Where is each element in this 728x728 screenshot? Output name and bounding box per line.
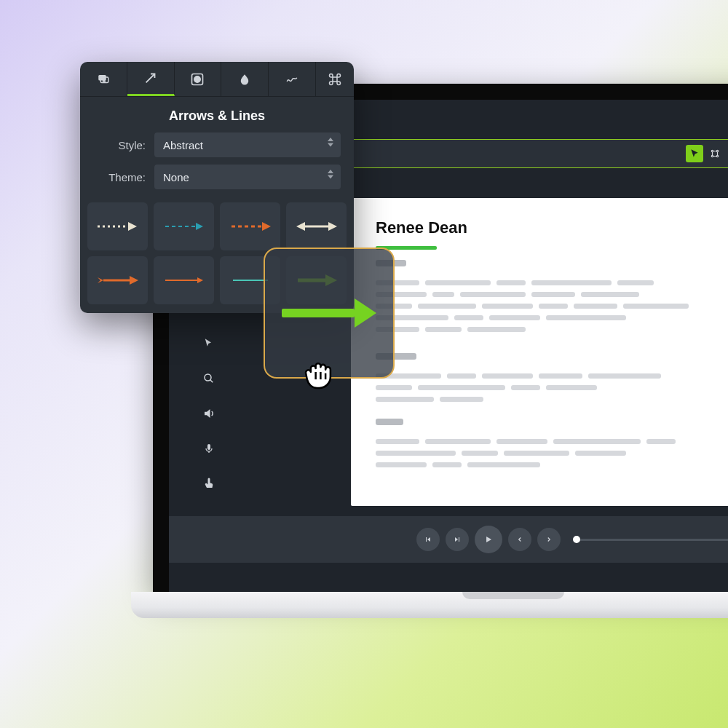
playback-bar [169,516,728,563]
theme-value: None [163,171,189,183]
arrow-tile-dashed-teal[interactable] [154,202,214,250]
svg-point-1 [716,150,718,151]
laptop-base [131,592,728,618]
tab-shapes[interactable] [175,62,222,96]
svg-text:a: a [103,78,105,82]
style-value: Abstract [163,139,203,151]
grab-cursor-icon [298,352,338,392]
svg-point-0 [711,150,713,151]
style-select[interactable]: Abstract [154,132,341,157]
tab-callout[interactable]: a [80,62,127,96]
playhead-dot[interactable] [573,536,580,543]
volume-icon[interactable] [198,403,220,424]
theme-select[interactable]: None [154,165,341,189]
tab-blur[interactable] [221,62,269,96]
cursor-tool-button[interactable] [686,145,703,162]
preview-arrow-shaft-icon [282,309,355,317]
target-icon[interactable] [198,368,220,389]
document-title: Renee Dean [376,218,728,237]
prev-button[interactable] [508,528,531,551]
preview-arrow-head-icon [355,298,376,328]
document-canvas[interactable]: Renee Dean [351,198,728,506]
touch-icon[interactable] [198,472,220,494]
arrow-tile-thin-orange[interactable] [154,256,214,304]
arrow-tile-double-cream[interactable] [286,202,347,250]
panel-form: Style: Abstract Theme: None [80,132,354,197]
svg-rect-5 [207,444,210,450]
play-button[interactable] [475,526,502,553]
panel-title: Arrows & Lines [80,97,354,132]
frame-forward-button[interactable] [446,528,469,551]
microphone-icon[interactable] [198,438,220,459]
svg-point-3 [716,155,718,157]
left-toolbar [192,333,226,494]
panel-tab-bar: a [80,62,354,97]
svg-line-11 [146,74,154,83]
arrow-tile-dotted-cream[interactable] [87,202,148,250]
svg-point-2 [711,155,713,157]
arrow-tile-dashed-orange[interactable] [220,202,280,250]
style-label: Style: [93,139,146,151]
svg-point-13 [194,76,200,82]
tab-shortcuts[interactable] [316,62,354,96]
arrow-tile-feather-orange[interactable] [87,256,148,304]
cursor-mode-icon[interactable] [198,333,220,355]
laptop-notch [462,592,564,599]
next-button[interactable] [537,528,561,551]
tab-freehand[interactable] [269,62,316,96]
theme-label: Theme: [93,171,146,183]
frame-back-button[interactable] [416,528,440,551]
grid-tool-button[interactable] [706,145,724,162]
playhead-track[interactable] [577,539,728,541]
tab-arrows[interactable] [127,62,175,96]
